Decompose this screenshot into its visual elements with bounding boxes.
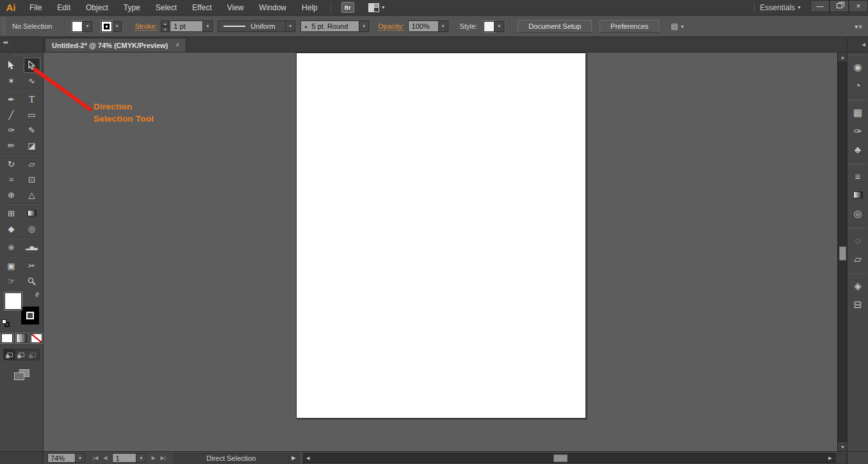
blend-tool[interactable]: ◎: [24, 221, 40, 236]
style-swatch[interactable]: [484, 21, 495, 32]
document-setup-button[interactable]: Document Setup: [518, 20, 592, 33]
scale-tool[interactable]: ▱: [24, 156, 40, 172]
artboard-number-field[interactable]: 1: [112, 453, 136, 463]
draw-normal-mode[interactable]: [4, 349, 15, 360]
column-graph-tool[interactable]: ▂▅▃: [24, 239, 40, 255]
bridge-icon[interactable]: Br: [341, 2, 354, 13]
preferences-button[interactable]: Preferences: [600, 20, 659, 33]
step-down-icon[interactable]: ▼: [161, 26, 169, 32]
workspace-switcher[interactable]: Essentials ▼: [760, 3, 801, 12]
dock-header[interactable]: ◀: [848, 38, 868, 52]
panel-grip[interactable]: [848, 226, 868, 231]
gradient-button[interactable]: [16, 333, 28, 343]
scroll-down-icon[interactable]: ▼: [838, 442, 848, 451]
panel-grip[interactable]: [848, 162, 868, 167]
scroll-right-icon[interactable]: ▶: [826, 454, 835, 463]
pen-tool[interactable]: ✒: [3, 92, 20, 107]
brush-definition-dropdown[interactable]: ▼: [359, 20, 369, 32]
chevron-down-icon[interactable]: ▼: [381, 5, 386, 10]
minimize-button[interactable]: —: [810, 0, 830, 12]
width-profile-field[interactable]: Uniform: [218, 20, 286, 32]
panel-grip[interactable]: [848, 52, 868, 58]
artboard-number-dropdown[interactable]: ▼: [136, 453, 146, 463]
direct-selection-tool[interactable]: [24, 58, 40, 73]
vertical-scrollbar[interactable]: ▲ ▼: [837, 52, 847, 451]
close-icon[interactable]: ×: [176, 42, 179, 49]
blob-brush-tool[interactable]: ✏: [3, 138, 20, 153]
rectangle-tool[interactable]: ▭: [24, 107, 40, 122]
menu-file[interactable]: File: [22, 0, 49, 15]
paintbrush-tool[interactable]: ✑: [3, 122, 20, 138]
appearance-panel-icon[interactable]: ◌: [848, 231, 868, 250]
stroke-weight-dropdown[interactable]: ▼: [203, 20, 213, 32]
default-fill-stroke-icon[interactable]: [2, 319, 10, 327]
menu-help[interactable]: Help: [294, 0, 325, 15]
next-artboard-button[interactable]: ▶: [149, 455, 158, 461]
selection-tool[interactable]: [3, 58, 20, 73]
draw-inside-mode[interactable]: [28, 349, 39, 360]
zoom-level-dropdown[interactable]: ▼: [76, 453, 85, 463]
color-button[interactable]: [1, 333, 13, 343]
none-button[interactable]: [31, 333, 42, 343]
menu-view[interactable]: View: [220, 0, 252, 15]
arrange-documents-icon[interactable]: [368, 3, 379, 12]
first-artboard-button[interactable]: |◀: [90, 455, 101, 461]
opacity-dropdown[interactable]: ▼: [439, 20, 448, 32]
step-up-icon[interactable]: ▲: [161, 20, 169, 26]
menu-edit[interactable]: Edit: [49, 0, 78, 15]
menu-type[interactable]: Type: [116, 0, 148, 15]
close-button[interactable]: ×: [849, 0, 868, 12]
magic-wand-tool[interactable]: ✶: [3, 73, 20, 88]
stroke-color-control[interactable]: [21, 307, 39, 324]
tools-panel-header[interactable]: ◀◀: [0, 38, 43, 52]
transparency-panel-icon[interactable]: ◎: [848, 204, 868, 223]
gradient-tool[interactable]: [24, 205, 40, 221]
menu-window[interactable]: Window: [251, 0, 294, 15]
shape-builder-tool[interactable]: ⊕: [3, 187, 20, 202]
artboard[interactable]: [296, 52, 586, 419]
hand-tool[interactable]: ☞: [3, 273, 20, 289]
brushes-panel-icon[interactable]: ✑: [848, 122, 868, 140]
mesh-tool[interactable]: ⊞: [3, 205, 20, 221]
color-panel-icon[interactable]: ◉: [848, 58, 868, 76]
status-flyout-icon[interactable]: ▶: [289, 453, 299, 463]
rotate-tool[interactable]: ↻: [3, 156, 20, 172]
width-tool[interactable]: ≈: [3, 172, 20, 187]
document-tab[interactable]: Untitled-2* @ 74% (CMYK/Preview) ×: [45, 38, 186, 52]
eyedropper-tool[interactable]: ◆: [3, 221, 20, 236]
scroll-left-icon[interactable]: ◀: [304, 454, 313, 463]
control-panel-menu-icon[interactable]: ▾≡: [855, 23, 863, 30]
scroll-up-icon[interactable]: ▲: [838, 52, 848, 61]
change-screen-mode-icon[interactable]: [14, 369, 29, 380]
expand-panels-icon[interactable]: ◀: [862, 42, 865, 47]
artboards-panel-icon[interactable]: ⊟: [848, 295, 868, 314]
previous-artboard-button[interactable]: ◀: [101, 455, 110, 461]
brush-definition-field[interactable]: ● 5 pt. Round: [300, 20, 359, 32]
vertical-scrollbar-thumb[interactable]: [839, 246, 846, 260]
line-segment-tool[interactable]: ╱: [3, 107, 20, 122]
swap-fill-stroke-icon[interactable]: ⇄: [33, 291, 41, 298]
artboard-tool[interactable]: ▣: [3, 258, 20, 273]
last-artboard-button[interactable]: ▶|: [158, 455, 168, 461]
free-transform-tool[interactable]: ⊡: [24, 172, 40, 187]
horizontal-scrollbar[interactable]: ◀ ▶: [303, 453, 835, 463]
select-similar-objects-icon[interactable]: ▤▼: [671, 22, 684, 31]
lasso-tool[interactable]: ∿: [24, 73, 40, 88]
symbol-sprayer-tool[interactable]: ※: [3, 239, 20, 255]
collapse-panel-icon[interactable]: ◀◀: [3, 40, 7, 44]
perspective-grid-tool[interactable]: △: [24, 187, 40, 202]
panel-grip[interactable]: [848, 271, 868, 276]
restore-button[interactable]: [830, 0, 849, 12]
stroke-color-swatch[interactable]: [101, 21, 112, 32]
style-dropdown[interactable]: ▼: [495, 21, 504, 32]
symbols-panel-icon[interactable]: ♣: [848, 140, 868, 159]
chevron-down-icon[interactable]: ▼: [680, 24, 685, 29]
zoom-level-field[interactable]: 74%: [47, 453, 76, 463]
layers-panel-icon[interactable]: ◈: [848, 276, 868, 295]
gradient-panel-icon[interactable]: [848, 186, 868, 204]
stroke-weight-field[interactable]: 1 pt: [170, 20, 203, 32]
type-tool[interactable]: T: [24, 92, 40, 107]
stroke-panel-icon[interactable]: ≡: [848, 167, 868, 186]
color-guide-panel-icon[interactable]: ◔: [848, 76, 868, 95]
horizontal-scrollbar-thumb[interactable]: [553, 454, 568, 462]
